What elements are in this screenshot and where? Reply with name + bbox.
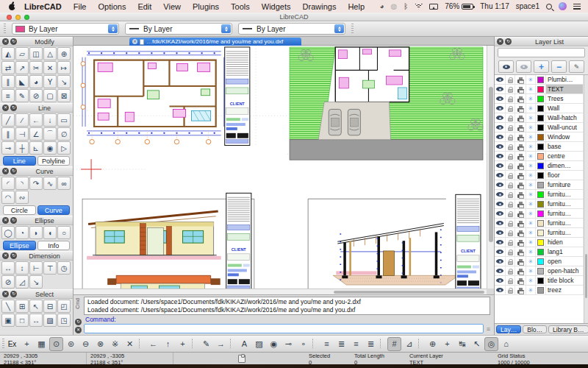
layer-color-cell[interactable] bbox=[536, 152, 546, 160]
layer-print-toggle[interactable] bbox=[515, 132, 526, 141]
layer-color-cell[interactable] bbox=[536, 219, 546, 227]
close-panel-icon[interactable]: ✕ bbox=[2, 105, 9, 111]
layer-construction-toggle[interactable]: ✳ bbox=[526, 104, 536, 113]
menu-item[interactable]: Widgets bbox=[256, 2, 297, 11]
edit-layer-button[interactable]: ✎ bbox=[569, 60, 584, 73]
layer-print-toggle[interactable] bbox=[515, 142, 526, 151]
layer-construction-toggle[interactable]: ✳ bbox=[526, 190, 536, 199]
layer-color-cell[interactable] bbox=[536, 247, 546, 256]
menu-item[interactable]: File bbox=[68, 2, 93, 11]
layer-print-toggle[interactable] bbox=[515, 104, 526, 113]
snap-center-icon[interactable]: ⊖ bbox=[79, 337, 93, 351]
arc-three-points-icon[interactable]: ◝ bbox=[15, 177, 29, 190]
layer-lock-toggle[interactable] bbox=[506, 238, 515, 247]
dim-aligned-icon[interactable]: ↔ bbox=[1, 261, 15, 275]
close-panel-icon[interactable]: ✕ bbox=[2, 168, 9, 174]
undock-panel-icon[interactable]: ↻ bbox=[10, 217, 17, 224]
modify-fillet-icon[interactable]: ◕ bbox=[29, 75, 43, 88]
layer-lock-toggle[interactable] bbox=[506, 219, 515, 227]
layer-color-cell[interactable] bbox=[536, 113, 546, 122]
layer-print-toggle[interactable] bbox=[515, 94, 526, 103]
layer-color-cell[interactable] bbox=[536, 171, 546, 180]
layer-print-toggle[interactable] bbox=[515, 257, 526, 266]
redraw-icon[interactable]: ⌂ bbox=[499, 337, 513, 351]
snap-on-entity-icon[interactable]: ⊚ bbox=[64, 337, 78, 351]
snap-intersection-icon[interactable]: ✕ bbox=[123, 337, 137, 351]
layer-construction-toggle[interactable]: ✳ bbox=[526, 113, 536, 122]
arc-tangent-icon[interactable]: ↷ bbox=[29, 177, 43, 190]
point-icon[interactable]: ⊸ bbox=[282, 337, 295, 351]
layer-lock-toggle[interactable] bbox=[506, 286, 515, 294]
layer-color-cell[interactable] bbox=[536, 209, 546, 218]
layer-visibility-toggle[interactable] bbox=[495, 142, 506, 151]
layer-construction-toggle[interactable]: ✳ bbox=[526, 142, 536, 151]
layer-construction-toggle[interactable]: ✳ bbox=[526, 257, 536, 266]
layer-print-toggle[interactable] bbox=[515, 228, 526, 237]
user-name[interactable]: space1 bbox=[516, 2, 539, 10]
layer-lock-toggle[interactable] bbox=[506, 123, 515, 132]
layer-print-toggle[interactable] bbox=[515, 199, 526, 208]
menu-item[interactable]: LibreCAD bbox=[18, 2, 68, 11]
drawing-canvas[interactable]: CLIENT bbox=[74, 46, 487, 289]
zoom-window-icon[interactable]: ↖ bbox=[470, 337, 484, 351]
mtext-icon[interactable]: A bbox=[237, 337, 251, 351]
layer-row[interactable]: ✳ open bbox=[495, 257, 584, 266]
layer-construction-toggle[interactable]: ✳ bbox=[526, 171, 536, 180]
pen-attribute-combobox[interactable]: By Layer bbox=[125, 23, 232, 35]
hide-all-layers-button[interactable] bbox=[516, 60, 531, 73]
line-tangent-point-icon[interactable]: ⌒ bbox=[43, 127, 57, 141]
layer-print-toggle[interactable] bbox=[515, 266, 526, 275]
line-polygon-center-icon[interactable]: ◉ bbox=[43, 141, 57, 155]
layer-print-toggle[interactable] bbox=[515, 219, 526, 227]
align-left-icon[interactable]: ≡ bbox=[320, 337, 334, 351]
line-two-points-icon[interactable]: ╱ bbox=[1, 113, 15, 127]
separator[interactable] bbox=[418, 339, 423, 349]
layer-color-cell[interactable] bbox=[536, 142, 546, 151]
layer-print-toggle[interactable] bbox=[515, 75, 526, 84]
layer-visibility-toggle[interactable] bbox=[495, 219, 506, 227]
toolbar-drag-handle[interactable] bbox=[4, 24, 6, 34]
layer-construction-toggle[interactable]: ✳ bbox=[526, 85, 536, 93]
layer-row[interactable]: ✳ hiden bbox=[495, 238, 584, 247]
deselect-intersected-icon[interactable]: ▨ bbox=[43, 314, 57, 327]
line-polygon-vertices-icon[interactable]: ▷ bbox=[57, 141, 71, 155]
layer-row[interactable]: ✳ Trees bbox=[495, 94, 584, 104]
layer-construction-toggle[interactable]: ✳ bbox=[526, 199, 536, 208]
undock-panel-icon[interactable]: ↻ bbox=[10, 168, 17, 174]
line-rectangle-icon[interactable]: ▭ bbox=[57, 113, 71, 127]
layer-row[interactable]: ✳ treez bbox=[495, 286, 584, 295]
ellipse-inscribed-icon[interactable]: ○ bbox=[57, 226, 71, 239]
layer-construction-toggle[interactable]: ✳ bbox=[526, 286, 536, 294]
layer-lock-toggle[interactable] bbox=[506, 142, 515, 151]
status-circle-icon[interactable]: ◍ bbox=[391, 3, 398, 10]
layer-color-cell[interactable] bbox=[536, 94, 546, 103]
separator[interactable] bbox=[312, 339, 318, 349]
menu-item[interactable]: Tools bbox=[225, 2, 256, 11]
layer-print-toggle[interactable] bbox=[515, 113, 526, 122]
modify-rotate-two-icon[interactable]: ⇄ bbox=[1, 61, 15, 74]
restrict-horizontal-icon[interactable]: ← bbox=[146, 337, 160, 351]
separator[interactable] bbox=[139, 339, 144, 349]
select-intersected-icon[interactable]: ↔ bbox=[29, 314, 43, 327]
modify-trim-icon[interactable]: ✂ bbox=[29, 61, 43, 74]
layer-row[interactable]: ✳ Wall-uncut bbox=[495, 123, 584, 132]
teamviewer-icon[interactable]: ◕ bbox=[379, 3, 384, 10]
snap-distance-icon[interactable]: ※ bbox=[108, 337, 122, 351]
layer-print-toggle[interactable] bbox=[515, 161, 526, 170]
modify-delete-selected-icon[interactable]: ▢ bbox=[43, 89, 57, 102]
layer-lock-toggle[interactable] bbox=[506, 104, 515, 113]
hatch-icon[interactable]: ▨ bbox=[252, 337, 266, 351]
dim-horizontal-icon[interactable]: ⊢ bbox=[29, 261, 43, 275]
close-window-button[interactable] bbox=[7, 15, 12, 20]
tab-info[interactable]: Info bbox=[37, 241, 71, 250]
separator[interactable] bbox=[230, 339, 235, 349]
siri-icon[interactable] bbox=[559, 2, 567, 10]
layer-color-cell[interactable] bbox=[536, 132, 546, 141]
layer-print-toggle[interactable] bbox=[515, 209, 526, 218]
layer-visibility-toggle[interactable] bbox=[495, 123, 506, 132]
layer-lock-toggle[interactable] bbox=[506, 75, 515, 84]
snap-endpoints-icon[interactable]: ⊙ bbox=[49, 337, 63, 351]
layer-row[interactable]: ✳ Wall bbox=[495, 104, 584, 113]
combobox-spinner-icon[interactable] bbox=[334, 24, 344, 33]
align-bottom-icon[interactable]: ≣ bbox=[364, 337, 378, 351]
